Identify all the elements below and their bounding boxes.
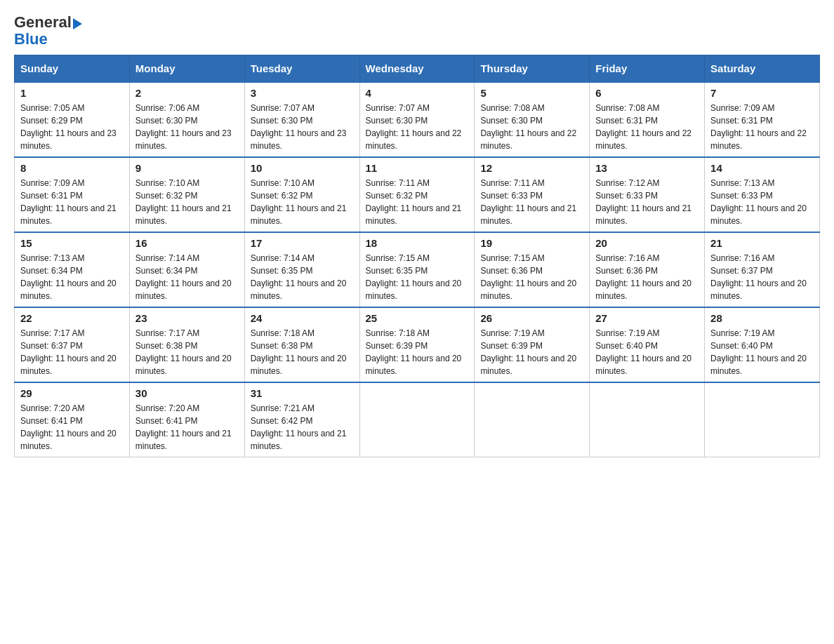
calendar-cell: 31 Sunrise: 7:21 AM Sunset: 6:42 PM Dayl…	[244, 382, 359, 457]
day-number: 26	[480, 312, 583, 324]
calendar-cell: 8 Sunrise: 7:09 AM Sunset: 6:31 PM Dayli…	[15, 157, 130, 232]
day-info: Sunrise: 7:14 AM Sunset: 6:35 PM Dayligh…	[251, 252, 354, 302]
day-number: 19	[480, 237, 583, 249]
calendar-cell	[590, 382, 705, 457]
day-number: 10	[251, 162, 354, 174]
day-number: 24	[251, 312, 354, 324]
day-number: 20	[595, 237, 699, 249]
calendar-week-4: 22 Sunrise: 7:17 AM Sunset: 6:37 PM Dayl…	[15, 307, 820, 382]
calendar-cell: 29 Sunrise: 7:20 AM Sunset: 6:41 PM Dayl…	[15, 382, 130, 457]
day-number: 2	[135, 87, 239, 99]
calendar-cell: 15 Sunrise: 7:13 AM Sunset: 6:34 PM Dayl…	[15, 232, 130, 307]
day-number: 28	[710, 312, 814, 324]
calendar-table: SundayMondayTuesdayWednesdayThursdayFrid…	[14, 55, 820, 457]
calendar-header-row: SundayMondayTuesdayWednesdayThursdayFrid…	[15, 55, 820, 83]
day-info: Sunrise: 7:09 AM Sunset: 6:31 PM Dayligh…	[710, 102, 814, 152]
day-info: Sunrise: 7:08 AM Sunset: 6:31 PM Dayligh…	[595, 102, 699, 152]
calendar-cell: 26 Sunrise: 7:19 AM Sunset: 6:39 PM Dayl…	[475, 307, 590, 382]
calendar-cell: 28 Sunrise: 7:19 AM Sunset: 6:40 PM Dayl…	[705, 307, 820, 382]
day-number: 21	[710, 237, 814, 249]
day-number: 25	[366, 312, 469, 324]
logo-general: General	[14, 14, 72, 31]
day-info: Sunrise: 7:11 AM Sunset: 6:33 PM Dayligh…	[480, 177, 583, 227]
calendar-cell	[705, 382, 820, 457]
day-info: Sunrise: 7:12 AM Sunset: 6:33 PM Dayligh…	[595, 177, 699, 227]
calendar-body: 1 Sunrise: 7:05 AM Sunset: 6:29 PM Dayli…	[15, 82, 820, 457]
calendar-header-sunday: Sunday	[15, 55, 130, 83]
calendar-cell: 3 Sunrise: 7:07 AM Sunset: 6:30 PM Dayli…	[244, 82, 359, 157]
calendar-cell: 22 Sunrise: 7:17 AM Sunset: 6:37 PM Dayl…	[15, 307, 130, 382]
calendar-cell: 16 Sunrise: 7:14 AM Sunset: 6:34 PM Dayl…	[129, 232, 244, 307]
day-info: Sunrise: 7:08 AM Sunset: 6:30 PM Dayligh…	[480, 102, 583, 152]
calendar-cell: 11 Sunrise: 7:11 AM Sunset: 6:32 PM Dayl…	[359, 157, 475, 232]
day-info: Sunrise: 7:17 AM Sunset: 6:37 PM Dayligh…	[20, 327, 124, 377]
day-number: 6	[595, 87, 699, 99]
day-info: Sunrise: 7:18 AM Sunset: 6:38 PM Dayligh…	[251, 327, 354, 377]
day-info: Sunrise: 7:16 AM Sunset: 6:36 PM Dayligh…	[595, 252, 699, 302]
day-info: Sunrise: 7:17 AM Sunset: 6:38 PM Dayligh…	[135, 327, 239, 377]
day-number: 13	[595, 162, 699, 174]
day-info: Sunrise: 7:21 AM Sunset: 6:42 PM Dayligh…	[251, 402, 354, 452]
calendar-week-3: 15 Sunrise: 7:13 AM Sunset: 6:34 PM Dayl…	[15, 232, 820, 307]
calendar-cell: 17 Sunrise: 7:14 AM Sunset: 6:35 PM Dayl…	[244, 232, 359, 307]
day-info: Sunrise: 7:20 AM Sunset: 6:41 PM Dayligh…	[135, 402, 239, 452]
day-number: 8	[20, 162, 124, 174]
day-info: Sunrise: 7:16 AM Sunset: 6:37 PM Dayligh…	[710, 252, 814, 302]
logo: General Blue	[14, 14, 82, 48]
day-number: 11	[366, 162, 469, 174]
calendar-cell: 14 Sunrise: 7:13 AM Sunset: 6:33 PM Dayl…	[705, 157, 820, 232]
day-number: 18	[366, 237, 469, 249]
day-info: Sunrise: 7:18 AM Sunset: 6:39 PM Dayligh…	[366, 327, 469, 377]
day-info: Sunrise: 7:20 AM Sunset: 6:41 PM Dayligh…	[20, 402, 124, 452]
day-number: 4	[366, 87, 469, 99]
day-number: 17	[251, 237, 354, 249]
calendar-cell: 20 Sunrise: 7:16 AM Sunset: 6:36 PM Dayl…	[590, 232, 705, 307]
day-info: Sunrise: 7:11 AM Sunset: 6:32 PM Dayligh…	[366, 177, 469, 227]
day-info: Sunrise: 7:07 AM Sunset: 6:30 PM Dayligh…	[366, 102, 469, 152]
day-number: 16	[135, 237, 239, 249]
calendar-header-wednesday: Wednesday	[359, 55, 475, 83]
calendar-cell: 25 Sunrise: 7:18 AM Sunset: 6:39 PM Dayl…	[359, 307, 475, 382]
day-info: Sunrise: 7:15 AM Sunset: 6:36 PM Dayligh…	[480, 252, 583, 302]
calendar-header-friday: Friday	[590, 55, 705, 83]
calendar-cell: 5 Sunrise: 7:08 AM Sunset: 6:30 PM Dayli…	[475, 82, 590, 157]
day-info: Sunrise: 7:19 AM Sunset: 6:40 PM Dayligh…	[710, 327, 814, 377]
calendar-week-2: 8 Sunrise: 7:09 AM Sunset: 6:31 PM Dayli…	[15, 157, 820, 232]
day-info: Sunrise: 7:19 AM Sunset: 6:39 PM Dayligh…	[480, 327, 583, 377]
calendar-header-saturday: Saturday	[705, 55, 820, 83]
day-info: Sunrise: 7:13 AM Sunset: 6:33 PM Dayligh…	[710, 177, 814, 227]
calendar-cell: 23 Sunrise: 7:17 AM Sunset: 6:38 PM Dayl…	[129, 307, 244, 382]
calendar-cell: 1 Sunrise: 7:05 AM Sunset: 6:29 PM Dayli…	[15, 82, 130, 157]
day-number: 27	[595, 312, 699, 324]
day-info: Sunrise: 7:10 AM Sunset: 6:32 PM Dayligh…	[251, 177, 354, 227]
logo-blue: Blue	[14, 31, 82, 48]
day-number: 3	[251, 87, 354, 99]
day-number: 23	[135, 312, 239, 324]
calendar-cell: 21 Sunrise: 7:16 AM Sunset: 6:37 PM Dayl…	[705, 232, 820, 307]
day-number: 5	[480, 87, 583, 99]
calendar-cell: 13 Sunrise: 7:12 AM Sunset: 6:33 PM Dayl…	[590, 157, 705, 232]
calendar-cell: 10 Sunrise: 7:10 AM Sunset: 6:32 PM Dayl…	[244, 157, 359, 232]
day-info: Sunrise: 7:09 AM Sunset: 6:31 PM Dayligh…	[20, 177, 124, 227]
day-number: 22	[20, 312, 124, 324]
day-info: Sunrise: 7:05 AM Sunset: 6:29 PM Dayligh…	[20, 102, 124, 152]
day-info: Sunrise: 7:19 AM Sunset: 6:40 PM Dayligh…	[595, 327, 699, 377]
day-info: Sunrise: 7:13 AM Sunset: 6:34 PM Dayligh…	[20, 252, 124, 302]
day-number: 30	[135, 387, 239, 399]
calendar-header-tuesday: Tuesday	[244, 55, 359, 83]
calendar-cell: 27 Sunrise: 7:19 AM Sunset: 6:40 PM Dayl…	[590, 307, 705, 382]
calendar-cell: 7 Sunrise: 7:09 AM Sunset: 6:31 PM Dayli…	[705, 82, 820, 157]
calendar-cell: 24 Sunrise: 7:18 AM Sunset: 6:38 PM Dayl…	[244, 307, 359, 382]
calendar-cell: 9 Sunrise: 7:10 AM Sunset: 6:32 PM Dayli…	[129, 157, 244, 232]
day-number: 31	[251, 387, 354, 399]
calendar-cell: 12 Sunrise: 7:11 AM Sunset: 6:33 PM Dayl…	[475, 157, 590, 232]
day-info: Sunrise: 7:10 AM Sunset: 6:32 PM Dayligh…	[135, 177, 239, 227]
calendar-cell: 2 Sunrise: 7:06 AM Sunset: 6:30 PM Dayli…	[129, 82, 244, 157]
calendar-week-1: 1 Sunrise: 7:05 AM Sunset: 6:29 PM Dayli…	[15, 82, 820, 157]
day-info: Sunrise: 7:06 AM Sunset: 6:30 PM Dayligh…	[135, 102, 239, 152]
day-number: 29	[20, 387, 124, 399]
day-info: Sunrise: 7:14 AM Sunset: 6:34 PM Dayligh…	[135, 252, 239, 302]
day-number: 7	[710, 87, 814, 99]
calendar-cell: 30 Sunrise: 7:20 AM Sunset: 6:41 PM Dayl…	[129, 382, 244, 457]
day-info: Sunrise: 7:15 AM Sunset: 6:35 PM Dayligh…	[366, 252, 469, 302]
